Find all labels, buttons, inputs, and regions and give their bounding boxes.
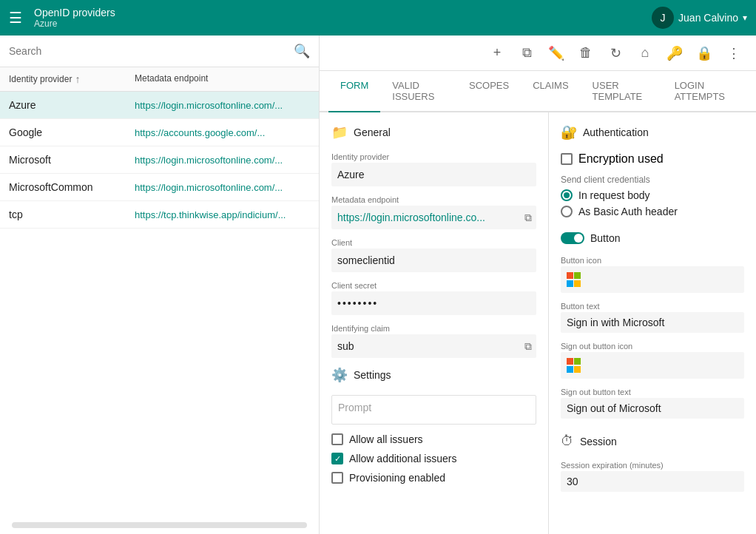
allow-additional-issuers-label: Allow additional issuers: [349, 453, 457, 464]
tab-login-attempts[interactable]: LOGIN ATTEMPTS: [663, 71, 747, 112]
menu-icon[interactable]: ☰: [9, 9, 22, 27]
copy-endpoint-icon[interactable]: ⧉: [524, 212, 532, 224]
client-secret-value: ••••••••: [331, 291, 536, 315]
as-basic-auth-radio[interactable]: [561, 206, 573, 217]
client-value: someclientid: [331, 249, 536, 272]
general-section-header: 📁 General: [331, 124, 536, 141]
session-expiration-label: Session expiration (minutes): [561, 461, 744, 470]
table-row[interactable]: MicrosoftCommon https://login.microsofto…: [0, 174, 319, 201]
microsoft-icon: [567, 272, 581, 287]
sign-out-text-field: Sign out button text Sign out of Microso…: [561, 388, 744, 419]
identifying-claim-field: Identifying claim sub ⧉: [331, 324, 536, 358]
home-button[interactable]: ⌂: [632, 40, 658, 67]
in-request-body-row[interactable]: In request body: [561, 189, 744, 201]
settings-icon: ⚙️: [331, 367, 348, 383]
search-icon: 🔍: [294, 43, 310, 59]
tab-user-template[interactable]: USER TEMPLATE: [581, 71, 663, 112]
sign-out-icon-field: Sign out button icon: [561, 342, 744, 379]
more-button[interactable]: ⋮: [720, 40, 747, 67]
username: Juan Calvino: [678, 12, 738, 24]
session-section: ⏱ Session Session expiration (minutes) 3…: [561, 433, 744, 492]
provider-cell: MicrosoftCommon: [9, 181, 135, 193]
table-row[interactable]: Microsoft https://login.microsoftonline.…: [0, 146, 319, 174]
encryption-row: Encryption used: [561, 152, 744, 166]
in-request-body-radio[interactable]: [561, 189, 573, 201]
button-text-value: Sign in with Microsoft: [561, 312, 744, 333]
col-endpoint-header: Metadata endpoint: [135, 73, 310, 85]
encryption-checkbox[interactable]: [561, 153, 573, 165]
table-row[interactable]: tcp https://tcp.thinkwise.app/indicium/.…: [0, 201, 319, 229]
tab-claims[interactable]: CLAIMS: [521, 71, 580, 112]
topbar: ☰ OpenID providers Azure J Juan Calvino …: [0, 0, 756, 36]
timer-icon: ⏱: [561, 433, 574, 449]
table-body: Azure https://login.microsoftonline.com/…: [0, 92, 319, 516]
as-basic-auth-label: As Basic Auth header: [578, 206, 678, 217]
microsoft-signout-icon: [567, 358, 581, 373]
key-button[interactable]: 🔑: [661, 40, 688, 67]
sign-out-icon-value: [561, 352, 744, 379]
button-section: Button Button icon: [561, 232, 744, 419]
tab-form[interactable]: FORM: [328, 71, 380, 112]
encryption-label: Encryption used: [578, 152, 664, 166]
allow-all-issuers-row[interactable]: Allow all issuers: [331, 433, 536, 445]
ms-red-square-2: [567, 358, 573, 365]
send-credentials-label: Send client credentials: [561, 175, 744, 185]
sign-out-text-label: Sign out button text: [561, 388, 744, 396]
button-icon-field: Button icon: [561, 256, 744, 293]
table-row[interactable]: Google https://accounts.google.com/...: [0, 119, 319, 146]
left-panel: 🔍 Identity provider ↑ Metadata endpoint …: [0, 36, 320, 534]
copy-claim-icon[interactable]: ⧉: [524, 340, 532, 353]
metadata-endpoint-value[interactable]: https://login.microsoftonline.co... ⧉: [331, 206, 536, 229]
ms-blue-square: [567, 280, 573, 287]
button-toggle[interactable]: [561, 232, 584, 244]
lock-button[interactable]: 🔒: [691, 40, 718, 67]
search-input[interactable]: [9, 45, 294, 57]
tab-scopes[interactable]: SCOPES: [457, 71, 521, 112]
client-secret-label: Client secret: [331, 281, 536, 290]
metadata-endpoint-field: Metadata endpoint https://login.microsof…: [331, 195, 536, 229]
allow-additional-issuers-row[interactable]: ✓ Allow additional issuers: [331, 453, 536, 464]
form-right: 🔐 Authentication Encryption used Send cl…: [549, 112, 756, 534]
allow-all-issuers-label: Allow all issuers: [349, 433, 423, 445]
chevron-down-icon: ▾: [743, 13, 747, 23]
folder-icon: 📁: [331, 124, 348, 141]
right-panel: + ⧉ ✏️ 🗑 ↻ ⌂ 🔑 🔒 ⋮ FORM VALID ISSUERS SC…: [320, 36, 756, 534]
client-field: Client someclientid: [331, 238, 536, 272]
provisioning-enabled-checkbox[interactable]: [331, 472, 343, 484]
checkmark-icon: ✓: [334, 454, 341, 464]
auth-section-header: 🔐 Authentication: [561, 124, 744, 141]
user-menu[interactable]: J Juan Calvino ▾: [652, 7, 747, 29]
provisioning-enabled-row[interactable]: Provisioning enabled: [331, 472, 536, 484]
ms-yellow-square: [574, 280, 581, 287]
provider-cell: Google: [9, 126, 135, 138]
edit-button[interactable]: ✏️: [543, 40, 570, 67]
copy-button[interactable]: ⧉: [513, 40, 540, 67]
table-header: Identity provider ↑ Metadata endpoint: [0, 67, 319, 92]
provider-cell: tcp: [9, 209, 135, 220]
table-row[interactable]: Azure https://login.microsoftonline.com/…: [0, 92, 319, 119]
provisioning-enabled-label: Provisioning enabled: [349, 472, 445, 484]
add-button[interactable]: +: [484, 40, 510, 67]
sort-icon: ↑: [75, 73, 80, 85]
tab-valid-issuers[interactable]: VALID ISSUERS: [380, 71, 457, 112]
allow-all-issuers-checkbox[interactable]: [331, 433, 343, 445]
identity-provider-field: Identity provider Azure: [331, 152, 536, 186]
session-expiration-value: 30: [561, 471, 744, 492]
as-basic-auth-row[interactable]: As Basic Auth header: [561, 206, 744, 217]
delete-button[interactable]: 🗑: [573, 40, 599, 67]
ms-green-square-2: [574, 358, 581, 365]
toggle-icon: [561, 232, 584, 244]
ms-blue-square-2: [567, 366, 573, 373]
scrollbar[interactable]: [12, 522, 307, 528]
prompt-placeholder: Prompt: [338, 402, 371, 413]
endpoint-cell: https://login.microsoftonline.com/...: [135, 155, 310, 166]
form-area: 📁 General Identity provider Azure Metada…: [320, 112, 756, 534]
allow-additional-issuers-checkbox[interactable]: ✓: [331, 453, 343, 464]
button-text-field: Button text Sign in with Microsoft: [561, 302, 744, 333]
col-provider-header[interactable]: Identity provider ↑: [9, 73, 135, 85]
settings-section-header: ⚙️ Settings: [331, 367, 536, 383]
in-request-body-label: In request body: [578, 189, 650, 201]
refresh-button[interactable]: ↻: [602, 40, 629, 67]
button-text-label: Button text: [561, 302, 744, 311]
prompt-field[interactable]: Prompt: [331, 395, 536, 425]
